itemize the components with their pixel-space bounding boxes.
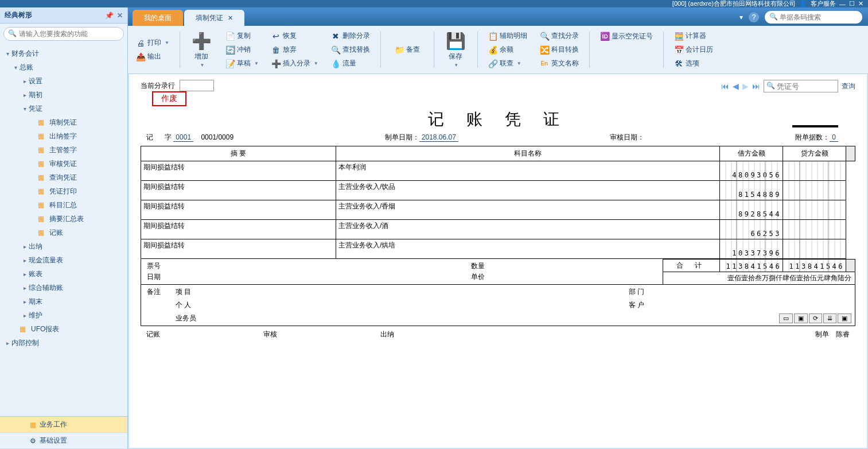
sidebar-bottom-business[interactable]: ▦ 业务工作 — [0, 417, 127, 433]
tree-item[interactable]: ▦UFO报表 — [0, 322, 127, 336]
add-button[interactable]: ➕ 增加 ▼ — [188, 29, 215, 70]
sidebar-bottom-basic[interactable]: ⚙ 基础设置 — [0, 433, 127, 449]
cell-debit[interactable]: 8154889 — [720, 181, 783, 200]
backup-button[interactable]: 📁备查 — [389, 29, 426, 70]
table-row[interactable]: 期间损益结转主营业务收入/饮品8154889 — [141, 181, 855, 200]
cell-debit[interactable]: 8928544 — [720, 200, 783, 220]
cell-debit[interactable]: 66253 — [720, 220, 783, 239]
tree-item[interactable]: ▾凭证 — [0, 102, 127, 115]
print-button[interactable]: 🖨打印▼ — [134, 37, 172, 49]
table-row[interactable]: 期间损益结转本年利润48093056 — [141, 161, 855, 181]
output-button[interactable]: 📤输出 — [134, 51, 172, 63]
cell-summary[interactable]: 期间损益结转 — [141, 200, 336, 220]
table-row[interactable]: 期间损益结转主营业务收入/酒66253 — [141, 220, 855, 239]
cell-subject[interactable]: 主营业务收入/饮品 — [336, 181, 720, 200]
subject-convert-button[interactable]: 🔀科目转换 — [538, 44, 581, 56]
cell-summary[interactable]: 期间损益结转 — [141, 220, 336, 239]
aux-button[interactable]: 📋辅助明细 — [486, 30, 530, 42]
global-search-input[interactable] — [765, 11, 862, 24]
tree-item[interactable]: ▦审核凭证 — [0, 157, 127, 171]
delete-button[interactable]: ✖删除分录 — [329, 30, 372, 42]
last-page-icon[interactable]: ⏭ — [752, 82, 760, 91]
draft-button[interactable]: 📝草稿▼ — [223, 58, 261, 69]
options-button[interactable]: 🛠选项 — [672, 58, 715, 69]
current-row-input[interactable] — [180, 80, 214, 91]
tree-item[interactable]: ▦查询凭证 — [0, 171, 127, 184]
next-page-icon[interactable]: ▶ — [742, 82, 749, 91]
calendar-button[interactable]: 📅会计日历 — [672, 44, 715, 56]
query-button[interactable]: 查询 — [842, 82, 855, 91]
english-button[interactable]: En英文名称 — [538, 58, 581, 69]
tree-item[interactable]: ▸期初 — [0, 88, 127, 102]
cell-subject[interactable]: 主营业务收入/香烟 — [336, 200, 720, 220]
cell-subject[interactable]: 主营业务收入/酒 — [336, 220, 720, 239]
tree-item[interactable]: ▦凭证打印 — [0, 184, 127, 198]
help-icon[interactable]: ? — [749, 12, 759, 22]
cell-summary[interactable]: 期间损益结转 — [141, 161, 336, 181]
linked-button[interactable]: 🔗联查▼ — [486, 58, 530, 69]
tree-item[interactable]: ▦出纳签字 — [0, 129, 127, 143]
tree-item[interactable]: ▸账表 — [0, 267, 127, 281]
close-sidebar-icon[interactable]: ✕ — [117, 11, 123, 20]
cell-subject[interactable]: 主营业务收入/烘培 — [336, 239, 720, 259]
prev-page-icon[interactable]: ◀ — [733, 82, 739, 91]
cell-credit[interactable] — [783, 161, 846, 181]
table-row[interactable]: 期间损益结转主营业务收入/香烟8928544 — [141, 200, 855, 220]
tree-item[interactable]: ▸内部控制 — [0, 336, 127, 350]
first-page-icon[interactable]: ⏮ — [721, 82, 729, 91]
tree-item[interactable]: ▦主管签字 — [0, 143, 127, 157]
voucher-no-input[interactable] — [764, 80, 838, 92]
scrollbar[interactable] — [846, 146, 855, 161]
tree-item[interactable]: ▸综合辅助账 — [0, 281, 127, 295]
tree-item[interactable]: ▾总账 — [0, 60, 127, 74]
find-entry-button[interactable]: 🔍查找分录 — [538, 30, 581, 42]
tree-item[interactable]: ▸出纳 — [0, 239, 127, 253]
replace-button[interactable]: 🔍查找替换 — [329, 44, 372, 56]
tab-voucher[interactable]: 填制凭证 ✕ — [184, 10, 244, 26]
attach-count[interactable]: 0 — [830, 133, 838, 142]
tree-item[interactable]: ▦摘要汇总表 — [0, 212, 127, 226]
window-max-icon[interactable]: ☐ — [849, 0, 855, 7]
calculator-button[interactable]: 🧮计算器 — [672, 30, 715, 42]
cell-debit[interactable]: 48093056 — [720, 161, 783, 181]
balance-button[interactable]: 💰余额 — [486, 44, 530, 56]
tree-item[interactable]: ▸现金流量表 — [0, 253, 127, 267]
save-button[interactable]: 💾 保存 ▼ — [442, 29, 469, 70]
remark-icon-4[interactable]: ⇊ — [823, 313, 836, 323]
tab-close-icon[interactable]: ✕ — [228, 14, 233, 22]
service-label[interactable]: 客户服务 — [811, 0, 836, 8]
pin-icon[interactable]: 📌 — [105, 11, 114, 20]
sidebar-search-input[interactable] — [3, 27, 124, 41]
cell-credit[interactable] — [783, 220, 846, 239]
restore-button[interactable]: ↩恢复 — [269, 30, 321, 42]
make-date[interactable]: 2018.06.07 — [419, 133, 458, 142]
cell-summary[interactable]: 期间损益结转 — [141, 181, 336, 200]
remark-icon-5[interactable]: ▣ — [838, 313, 851, 323]
tree-item[interactable]: ▸设置 — [0, 74, 127, 88]
window-min-icon[interactable]: — — [839, 1, 846, 7]
tree-item[interactable]: ▸期末 — [0, 295, 127, 308]
insert-button[interactable]: ➕插入分录▼ — [269, 58, 321, 69]
show-empty-button[interactable]: 🆔显示空凭证号 — [598, 30, 655, 42]
remark-icon-3[interactable]: ⟳ — [809, 313, 822, 323]
tree-item[interactable]: ▦填制凭证 — [0, 115, 127, 129]
cell-summary[interactable]: 期间损益结转 — [141, 239, 336, 259]
voucher-no[interactable]: 0001 — [173, 133, 193, 142]
tree-item[interactable]: ▾财务会计 — [0, 47, 127, 60]
remark-icon-2[interactable]: ▣ — [794, 313, 808, 323]
service-icon[interactable]: 👤 — [799, 0, 807, 7]
discard-button[interactable]: 🗑放弃 — [269, 44, 321, 56]
cell-credit[interactable] — [783, 181, 846, 200]
tree-item[interactable]: ▦科目汇总 — [0, 198, 127, 212]
cell-subject[interactable]: 本年利润 — [336, 161, 720, 181]
table-row[interactable]: 期间损益结转主营业务收入/烘培10337396 — [141, 239, 855, 259]
tree-item[interactable]: ▸维护 — [0, 308, 127, 322]
cell-credit[interactable] — [783, 200, 846, 220]
tab-dropdown-icon[interactable]: ▾ — [739, 13, 743, 21]
remark-icon-1[interactable]: ▭ — [779, 313, 793, 323]
copy-button[interactable]: 📄复制 — [223, 30, 261, 42]
cell-credit[interactable] — [783, 239, 846, 259]
cell-debit[interactable]: 10337396 — [720, 239, 783, 259]
flow-button[interactable]: 💧流量 — [329, 58, 372, 69]
tab-desktop[interactable]: 我的桌面 — [133, 10, 183, 26]
